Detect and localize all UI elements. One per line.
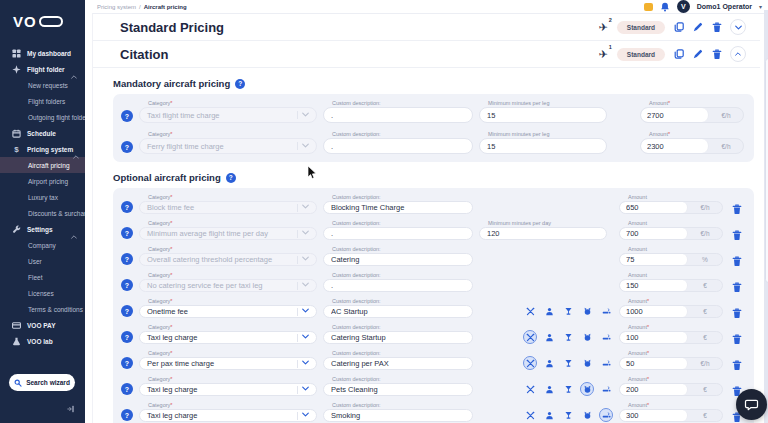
help-icon[interactable]: ?	[235, 79, 245, 89]
drink-icon[interactable]	[561, 408, 575, 422]
help-icon[interactable]: ?	[121, 409, 133, 421]
smoking-icon[interactable]	[599, 382, 613, 396]
sidebar-subitem-terms-conditions[interactable]: Terms & conditions	[0, 301, 85, 317]
sidebar-item-voo-pay[interactable]: VOO PAY	[0, 317, 85, 333]
help-icon[interactable]: ?	[121, 253, 133, 265]
minimum-minutes-value[interactable]	[487, 111, 599, 120]
scrollbar-thumb[interactable]	[765, 58, 768, 283]
sidebar-subitem-luxury-tax[interactable]: Luxury tax	[0, 189, 85, 205]
amount-value[interactable]	[626, 385, 681, 394]
custom-description-value[interactable]	[331, 229, 465, 238]
sidebar-item-pricing-system[interactable]: $Pricing system	[0, 141, 85, 157]
person-icon[interactable]	[542, 356, 556, 370]
delete-button[interactable]	[711, 49, 722, 60]
amount-input[interactable]	[620, 280, 688, 291]
delete-row-button[interactable]	[732, 201, 742, 212]
help-icon[interactable]: ?	[121, 227, 133, 239]
help-icon[interactable]: ?	[121, 305, 133, 317]
custom-description-value[interactable]	[331, 359, 465, 368]
custom-description-input[interactable]	[323, 305, 473, 318]
search-wizard-button[interactable]: Search wizard	[9, 374, 75, 391]
amount-value[interactable]	[626, 333, 681, 342]
amount-value[interactable]	[626, 359, 681, 368]
breadcrumb-parent[interactable]: Pricing system	[97, 4, 136, 10]
user-menu-caret-icon[interactable]: ▾	[759, 3, 762, 10]
voo-logo[interactable]: VO	[0, 0, 85, 45]
custom-description-value[interactable]	[331, 203, 465, 212]
utensils-icon[interactable]	[523, 330, 537, 344]
custom-description-input[interactable]	[323, 357, 473, 370]
sidebar-item-flight-folder[interactable]: Flight folder	[0, 61, 85, 77]
sidebar-item-schedule[interactable]: Schedule	[0, 125, 85, 141]
custom-description-input[interactable]	[323, 331, 473, 344]
amount-value[interactable]	[647, 142, 702, 151]
sidebar-subitem-outgoing-flight-folders[interactable]: Outgoing flight folders	[0, 109, 85, 125]
category-select[interactable]: Taxi leg charge	[139, 409, 317, 422]
drink-icon[interactable]	[561, 330, 575, 344]
pet-icon[interactable]	[580, 356, 594, 370]
delete-row-button[interactable]	[732, 227, 742, 238]
sidebar-subitem-user[interactable]: User	[0, 253, 85, 269]
amount-input[interactable]	[620, 228, 688, 239]
custom-description-input[interactable]	[323, 279, 473, 292]
help-icon[interactable]: ?	[121, 201, 133, 213]
notification-bell-icon[interactable]	[660, 2, 670, 12]
custom-description-input[interactable]	[323, 138, 473, 154]
custom-description-value[interactable]	[331, 142, 465, 151]
utensils-icon[interactable]	[523, 304, 537, 318]
delete-row-button[interactable]	[732, 305, 742, 316]
person-icon[interactable]	[542, 382, 556, 396]
custom-description-input[interactable]	[323, 107, 473, 123]
amount-input[interactable]	[620, 202, 688, 213]
amount-value[interactable]	[626, 229, 681, 238]
utensils-icon[interactable]	[523, 356, 537, 370]
user-avatar[interactable]: V	[677, 0, 690, 13]
custom-description-input[interactable]	[323, 409, 473, 422]
chat-widget-button[interactable]	[736, 389, 767, 420]
expand-chevron-down-icon[interactable]	[730, 19, 746, 35]
utensils-icon[interactable]	[523, 408, 537, 422]
custom-description-value[interactable]	[331, 281, 465, 290]
amount-value[interactable]	[626, 307, 681, 316]
amount-value[interactable]	[626, 255, 681, 264]
amount-input[interactable]	[641, 139, 709, 153]
minimum-minutes-input[interactable]	[479, 138, 607, 154]
amount-input[interactable]	[620, 384, 688, 395]
custom-description-value[interactable]	[331, 307, 465, 316]
person-icon[interactable]	[542, 304, 556, 318]
amount-input[interactable]	[620, 410, 688, 421]
drink-icon[interactable]	[561, 356, 575, 370]
custom-description-value[interactable]	[331, 385, 465, 394]
delete-row-button[interactable]	[732, 253, 742, 264]
amount-value[interactable]	[626, 281, 681, 290]
amount-input[interactable]	[620, 332, 688, 343]
sidebar-subitem-airport-pricing[interactable]: Airport pricing	[0, 173, 85, 189]
help-icon[interactable]: ?	[121, 141, 133, 153]
custom-description-input[interactable]	[323, 201, 473, 214]
minimum-minutes-value[interactable]	[487, 229, 599, 238]
person-icon[interactable]	[542, 330, 556, 344]
sidebar-subitem-aircraft-pricing[interactable]: Aircraft pricing	[0, 157, 85, 173]
pet-icon[interactable]	[580, 382, 594, 396]
utensils-icon[interactable]	[523, 382, 537, 396]
amount-input[interactable]	[620, 358, 688, 369]
pet-icon[interactable]	[580, 304, 594, 318]
custom-description-input[interactable]	[323, 253, 473, 266]
delete-row-button[interactable]	[732, 357, 742, 368]
delete-row-button[interactable]	[732, 279, 742, 290]
amount-value[interactable]	[647, 111, 702, 120]
help-icon[interactable]: ?	[121, 279, 133, 291]
collapse-chevron-up-icon[interactable]	[730, 46, 746, 62]
sidebar-item-voo-lab[interactable]: VOO lab	[0, 333, 85, 349]
sidebar-collapse-icon[interactable]	[67, 405, 75, 413]
scrollbar-track[interactable]	[764, 10, 768, 423]
minimum-minutes-value[interactable]	[487, 142, 599, 151]
category-select[interactable]: Taxi leg charge	[139, 331, 317, 344]
category-select[interactable]: Onetime fee	[139, 305, 317, 318]
copy-button[interactable]	[673, 22, 684, 33]
drink-icon[interactable]	[561, 304, 575, 318]
sidebar-subitem-fleet[interactable]: Fleet	[0, 269, 85, 285]
edit-button[interactable]	[692, 22, 703, 33]
minimum-minutes-input[interactable]	[479, 227, 607, 240]
category-select[interactable]: Taxi leg charge	[139, 383, 317, 396]
